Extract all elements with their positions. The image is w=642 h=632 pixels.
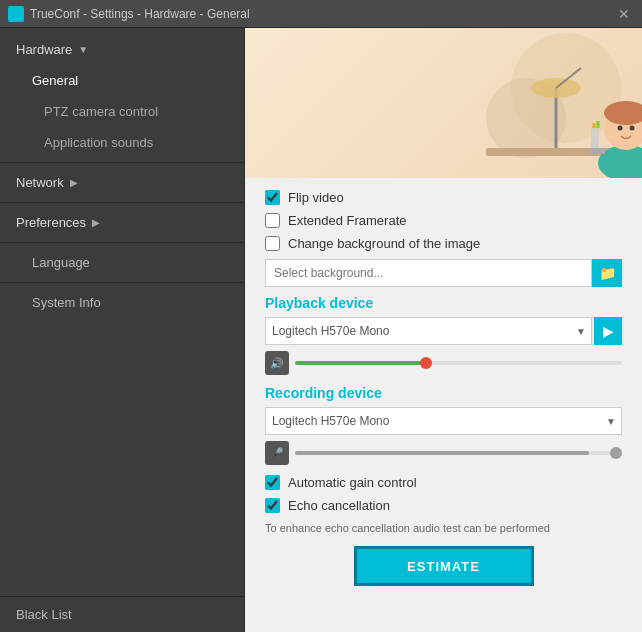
extended-framerate-checkbox[interactable] <box>265 213 280 228</box>
playback-device-label: Playback device <box>265 295 622 311</box>
play-icon: ▶ <box>603 323 614 339</box>
app-icon <box>8 6 24 22</box>
preferences-section: Preferences ▶ <box>0 207 244 238</box>
flip-video-label: Flip video <box>288 190 344 205</box>
sidebar-item-preferences[interactable]: Preferences ▶ <box>0 207 244 238</box>
sidebar-item-hardware[interactable]: Hardware ▼ <box>0 34 244 65</box>
content-area: Flip video Extended Framerate Change bac… <box>245 28 642 632</box>
divider-2 <box>0 202 244 203</box>
hardware-arrow: ▼ <box>78 44 88 55</box>
sidebar-footer: Black List <box>0 596 245 632</box>
close-button[interactable]: ✕ <box>614 4 634 24</box>
svg-point-6 <box>618 126 623 131</box>
hardware-label: Hardware <box>16 42 72 57</box>
extended-framerate-label: Extended Framerate <box>288 213 407 228</box>
echo-cancellation-row: Echo cancellation <box>265 498 622 513</box>
estimate-note: To enhance echo cancellation audio test … <box>265 521 622 536</box>
playback-device-select[interactable]: Logitech H570e Mono <box>265 317 592 345</box>
sidebar-item-system-info[interactable]: System Info <box>0 287 244 318</box>
sidebar: Hardware ▼ General PTZ camera control Ap… <box>0 28 245 632</box>
change-background-row: Change background of the image <box>265 236 622 251</box>
network-label: Network <box>16 175 64 190</box>
extended-framerate-row: Extended Framerate <box>265 213 622 228</box>
playback-device-row: Logitech H570e Mono ▶ <box>265 317 622 345</box>
playback-volume-track[interactable] <box>295 361 622 365</box>
volume-icon: 🔊 <box>265 351 289 375</box>
sidebar-item-ptz[interactable]: PTZ camera control <box>0 96 244 127</box>
playback-volume-thumb <box>420 357 432 369</box>
auto-gain-label: Automatic gain control <box>288 475 417 490</box>
main-layout: Hardware ▼ General PTZ camera control Ap… <box>0 28 642 632</box>
window-title: TrueConf - Settings - Hardware - General <box>30 7 614 21</box>
options-section: Flip video Extended Framerate Change bac… <box>245 178 642 598</box>
network-section: Network ▶ <box>0 167 244 198</box>
sidebar-item-blacklist[interactable]: Black List <box>0 597 245 632</box>
recording-volume-track[interactable] <box>295 451 622 455</box>
recording-device-row: Logitech H570e Mono <box>265 407 622 435</box>
recording-device-label: Recording device <box>265 385 622 401</box>
flip-video-row: Flip video <box>265 190 622 205</box>
flip-video-checkbox[interactable] <box>265 190 280 205</box>
echo-cancellation-label: Echo cancellation <box>288 498 390 513</box>
folder-icon: 📁 <box>599 265 616 281</box>
recording-volume-thumb <box>610 447 622 459</box>
playback-volume-row: 🔊 <box>265 351 622 375</box>
folder-button[interactable]: 📁 <box>592 259 622 287</box>
sidebar-item-language[interactable]: Language <box>0 247 244 278</box>
recording-device-select[interactable]: Logitech H570e Mono <box>265 407 622 435</box>
playback-select-wrapper: Logitech H570e Mono <box>265 317 592 345</box>
sidebar-item-network[interactable]: Network ▶ <box>0 167 244 198</box>
hardware-section: Hardware ▼ General PTZ camera control Ap… <box>0 34 244 158</box>
preferences-arrow: ▶ <box>92 217 100 228</box>
illustration-area <box>245 28 642 178</box>
auto-gain-checkbox[interactable] <box>265 475 280 490</box>
auto-gain-row: Automatic gain control <box>265 475 622 490</box>
change-background-label: Change background of the image <box>288 236 480 251</box>
svg-point-7 <box>630 126 635 131</box>
background-input[interactable] <box>265 259 592 287</box>
sidebar-item-app-sounds[interactable]: Application sounds <box>0 127 244 158</box>
divider-3 <box>0 242 244 243</box>
mic-icon: 🎤 <box>265 441 289 465</box>
estimate-button[interactable]: ESTIMATE <box>354 546 534 586</box>
divider-4 <box>0 282 244 283</box>
preferences-label: Preferences <box>16 215 86 230</box>
avatar-illustration <box>245 28 642 178</box>
playback-play-button[interactable]: ▶ <box>594 317 622 345</box>
recording-volume-fill <box>295 451 589 455</box>
playback-volume-fill <box>295 361 426 365</box>
divider-1 <box>0 162 244 163</box>
change-background-checkbox[interactable] <box>265 236 280 251</box>
svg-rect-14 <box>589 148 605 154</box>
echo-cancellation-checkbox[interactable] <box>265 498 280 513</box>
recording-volume-row: 🎤 <box>265 441 622 465</box>
sidebar-item-general[interactable]: General <box>0 65 244 96</box>
network-arrow: ▶ <box>70 177 78 188</box>
titlebar: TrueConf - Settings - Hardware - General… <box>0 0 642 28</box>
recording-select-wrapper: Logitech H570e Mono <box>265 407 622 435</box>
background-select-row: 📁 <box>265 259 622 287</box>
